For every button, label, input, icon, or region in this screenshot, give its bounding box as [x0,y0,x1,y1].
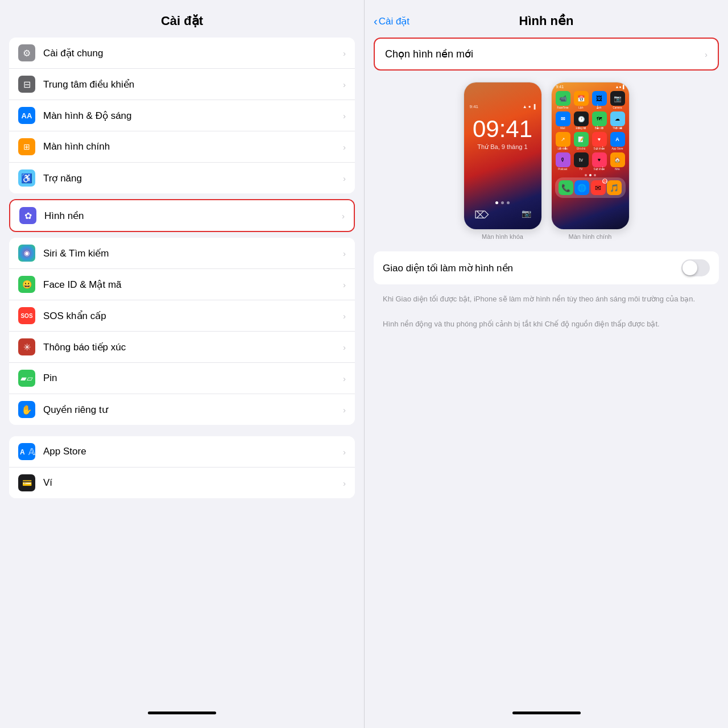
wallet-icon: 💳 [18,474,35,491]
left-panel: Cài đặt ⚙ Cài đặt chung › ⊟ Trung tâm đi… [0,0,364,728]
item-label: Quyền riêng tư [43,404,343,416]
settings-group-2: ◉ Siri & Tìm kiếm › 😀 Face ID & Mật mã ›… [9,238,355,425]
dark-mode-blur-toggle[interactable] [681,259,710,276]
item-label: App Store [43,446,343,457]
chevron-icon: › [342,211,345,221]
back-label: Cài đặt [379,15,410,27]
sidebar-item-pin[interactable]: ▰▱ Pin › [9,363,355,394]
face-id-icon: 😀 [18,276,35,293]
item-label: Ví [43,477,343,489]
sidebar-item-cai-dat-chung[interactable]: ⚙ Cài đặt chung › [9,38,355,69]
toggle-row: Giao diện tối làm mờ hình nền [374,251,719,284]
wallpaper-icon: ✿ [19,207,36,224]
toggle-knob [682,260,697,275]
description-text-1: Khi Giao diện tối được bật, iPhone sẽ là… [374,289,719,314]
sidebar-item-vi[interactable]: 💳 Ví › [9,468,355,498]
lock-screen-label: Màn hình khóa [482,233,523,240]
sidebar-item-man-hinh-do-sang[interactable]: AA Màn hình & Độ sáng › [9,100,355,131]
item-label: Thông báo tiếp xúc [43,341,343,353]
item-label: Hình nền [44,210,342,222]
item-label: Màn hình & Độ sáng [43,110,343,122]
sidebar-item-app-store[interactable]: A 𝔸 App Store › [9,436,355,468]
gear-icon: ⚙ [18,44,35,61]
item-label: Trợ năng [43,172,343,184]
item-label: Trung tâm điều khiển [43,78,343,90]
privacy-icon: ✋ [18,401,35,418]
app-store-icon: A 𝔸 [18,443,35,460]
chevron-icon: › [705,49,708,59]
chevron-icon: › [343,311,346,321]
item-label: Face ID & Mật mã [43,279,343,291]
item-label: Siri & Tìm kiếm [43,247,343,259]
wallpaper-previews: 9:41 ▲ ● ▐ 09:41 Thứ Ba, 9 tháng 1 [374,82,719,240]
settings-group-3: A 𝔸 App Store › 💳 Ví › [9,436,355,498]
description-text-2: Hình nền động và thu phóng phối cảnh bị … [374,314,719,339]
chevron-icon: › [343,405,346,415]
page-title: Hình nền [519,14,574,28]
left-header: Cài đặt [0,0,364,38]
item-label: Pin [43,373,343,384]
sidebar-item-quyen-rieng-tu[interactable]: ✋ Quyền riêng tư › [9,394,355,425]
accessibility-icon: ♿ [18,169,35,187]
sidebar-item-thong-bao[interactable]: ✳ Thông báo tiếp xúc › [9,332,355,363]
sos-icon: SOS [18,307,35,324]
right-header: ‹ Cài đặt Hình nền [365,0,728,38]
battery-icon: ▰▱ [18,370,35,387]
choose-wallpaper-label: Chọn hình nền mới [385,48,705,60]
sidebar-item-tro-nang[interactable]: ♿ Trợ năng › [9,163,355,193]
sidebar-item-trung-tam-dieu-khien[interactable]: ⊟ Trung tâm điều khiển › [9,69,355,100]
lock-time: 09:41 [473,117,532,141]
item-label: SOS khẩn cấp [43,310,343,322]
chevron-icon: › [343,249,346,258]
homescreen-icon: ⊞ [18,138,35,155]
svg-text:A: A [20,448,25,456]
control-center-icon: ⊟ [18,76,35,93]
wallpaper-section: Chọn hình nền mới › 9:41 ▲ ● ▐ 09:41 Thứ… [365,38,728,338]
home-screen-label: Màn hình chính [569,233,612,240]
chevron-icon: › [343,111,346,121]
siri-icon: ◉ [18,245,35,262]
sidebar-item-sos[interactable]: SOS SOS khẩn cấp › [9,300,355,332]
settings-group-1: ⚙ Cài đặt chung › ⊟ Trung tâm điều khiển… [9,38,355,193]
chevron-icon: › [343,173,346,183]
chevron-icon: › [343,342,346,352]
home-screen-preview: 9:41 ▲●▐ 📹 FaceTime 📅 [551,82,630,230]
chevron-icon: › [343,48,346,58]
chevron-icon: › [343,447,346,457]
sidebar-item-hinh-nen[interactable]: ✿ Hình nền › [10,200,354,231]
item-label: Màn hình chính [43,141,343,152]
choose-wallpaper-button[interactable]: Chọn hình nền mới › [374,38,719,71]
chevron-icon: › [343,478,346,488]
item-label: Cài đặt chung [43,47,343,59]
right-panel: ‹ Cài đặt Hình nền Chọn hình nền mới › 9… [364,0,728,728]
lock-screen-preview: 9:41 ▲ ● ▐ 09:41 Thứ Ba, 9 tháng 1 [464,82,542,230]
display-icon: AA [18,107,35,124]
home-bar-right [512,712,581,714]
chevron-icon: › [343,374,346,383]
chevron-icon: › [343,80,346,89]
home-bar [148,712,216,714]
back-button[interactable]: ‹ Cài đặt [374,15,410,28]
lock-date: Thứ Ba, 9 tháng 1 [473,143,532,151]
chevron-icon: › [343,142,346,152]
back-chevron-icon: ‹ [374,15,378,28]
exposure-icon: ✳ [18,338,35,355]
sidebar-item-siri[interactable]: ◉ Siri & Tìm kiếm › [9,238,355,269]
sidebar-item-man-hinh-chinh[interactable]: ⊞ Màn hình chính › [9,131,355,163]
toggle-label: Giao diện tối làm mờ hình nền [383,262,681,274]
sidebar-item-face-id[interactable]: 😀 Face ID & Mật mã › [9,269,355,300]
chevron-icon: › [343,280,346,289]
